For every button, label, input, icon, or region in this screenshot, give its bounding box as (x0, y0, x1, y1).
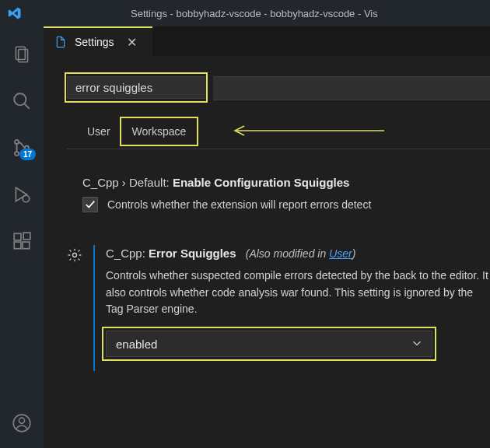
tab-bar: Settings ✕ (44, 26, 490, 56)
svg-point-7 (23, 195, 30, 202)
scope-workspace-label: Workspace (132, 125, 187, 138)
svg-point-2 (14, 93, 26, 105)
explorer-icon[interactable] (11, 44, 33, 65)
setting-category: C_Cpp: (106, 247, 145, 260)
svg-rect-11 (23, 233, 30, 240)
setting-title: C_Cpp: Error Squiggles (106, 247, 240, 260)
also-modified-user-link[interactable]: User (329, 247, 352, 260)
chevron-down-icon (411, 338, 422, 351)
select-wrap: enabled (106, 331, 432, 357)
setting-also-modified: (Also modified in User) (246, 247, 356, 260)
scope-tabs: User Workspace (67, 121, 490, 149)
svg-line-3 (24, 103, 30, 109)
accounts-icon[interactable] (11, 412, 33, 434)
setting-name: Enable Configuration Squiggles (173, 176, 350, 189)
titlebar: Settings - bobbyhadz-vscode - bobbyhadz-… (0, 0, 490, 26)
settings-tab-icon (54, 36, 67, 48)
setting-error-squiggles: C_Cpp: Error Squiggles (Also modified in… (67, 245, 490, 371)
gear-icon[interactable] (67, 247, 82, 263)
svg-point-15 (73, 254, 77, 257)
setting-name: Error Squiggles (149, 247, 236, 260)
setting-description: Controls whether the extension will repo… (107, 198, 371, 211)
setting-title: C_Cpp › Default: Enable Configuration Sq… (82, 176, 490, 189)
settings-search-input[interactable] (67, 76, 207, 99)
svg-point-4 (15, 140, 19, 144)
svg-point-13 (19, 418, 24, 423)
search-icon[interactable] (11, 90, 33, 112)
svg-rect-8 (14, 233, 21, 240)
vscode-logo-icon (8, 6, 22, 20)
window-title: Settings - bobbyhadz-vscode - bobbyhadz-… (131, 8, 378, 19)
svg-rect-9 (14, 242, 21, 249)
tab-label: Settings (75, 36, 114, 48)
search-wrap (67, 76, 207, 99)
select-value: enabled (116, 338, 157, 351)
error-squiggles-select[interactable]: enabled (106, 331, 432, 357)
close-icon[interactable]: ✕ (127, 35, 137, 50)
run-debug-icon[interactable] (11, 184, 33, 205)
scope-workspace-tab[interactable]: Workspace (124, 121, 194, 142)
setting-description: Controls whether suspected compile error… (106, 268, 490, 318)
tab-settings[interactable]: Settings ✕ (44, 28, 148, 56)
editor-area: Settings ✕ User Workspace (44, 26, 490, 448)
activity-bar: 17 (0, 26, 44, 448)
svg-point-5 (15, 152, 19, 156)
settings-body: User Workspace C_Cpp › Default: Enable C… (44, 56, 490, 448)
source-control-icon[interactable]: 17 (11, 137, 33, 159)
annotation-arrow-icon (229, 125, 384, 136)
extensions-icon[interactable] (11, 230, 33, 252)
setting-category: C_Cpp › Default: (82, 176, 170, 189)
svg-rect-10 (23, 242, 30, 249)
scm-badge: 17 (19, 149, 36, 160)
setting-enable-config-squiggles: C_Cpp › Default: Enable Configuration Sq… (67, 176, 490, 212)
setting-checkbox[interactable] (82, 197, 98, 212)
search-bg-extension (213, 76, 490, 100)
scope-user-tab[interactable]: User (87, 125, 110, 138)
checkmark-icon (85, 199, 96, 210)
